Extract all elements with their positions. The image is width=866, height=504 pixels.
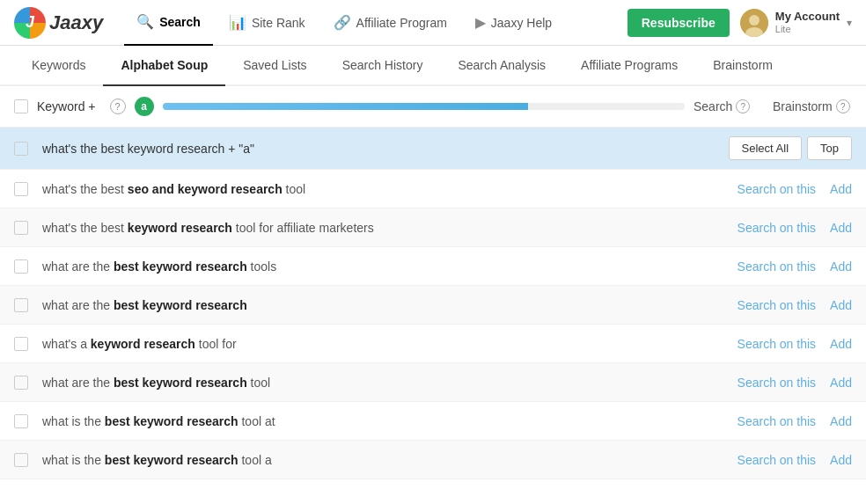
row-checkbox-3[interactable] [14,259,28,274]
keyword-label: Keyword + [37,99,96,113]
tab-keywords[interactable]: Keywords [14,46,103,84]
logo[interactable]: J Jaaxy [14,7,103,39]
row-text-7: what is the best keyword research tool a… [42,414,723,428]
row-checkbox-2[interactable] [14,221,28,235]
avatar [740,9,768,37]
tab-search-analysis[interactable]: Search Analysis [440,46,563,84]
siterank-icon: 📊 [229,14,246,31]
row-text-5: what's a keyword research tool for [42,337,723,351]
nav-right: Resubscribe My Account Lite ▾ [627,9,852,37]
keyword-info-icon[interactable]: ? [110,99,126,114]
add-link-8[interactable]: Add [830,453,852,467]
account-info: My Account Lite [775,10,840,35]
row-actions-8: Search on this Add [738,453,852,467]
search-on-this-link-1[interactable]: Search on this [738,182,817,196]
tab-saved-lists[interactable]: Saved Lists [225,46,324,84]
keyword-badge: a [135,97,154,116]
row-checkbox-1[interactable] [14,182,28,196]
nav-help[interactable]: ▶ Jaaxy Help [463,0,564,46]
search-col-info-icon[interactable]: ? [736,99,750,113]
row-actions-2: Search on this Add [738,221,852,235]
search-on-this-link-3[interactable]: Search on this [738,259,817,274]
add-link-3[interactable]: Add [830,259,852,274]
tab-brainstorm[interactable]: Brainstorm [695,46,790,84]
nav-items: 🔍 Search 📊 Site Rank 🔗 Affiliate Program… [124,0,627,46]
row-checkbox-6[interactable] [14,376,28,390]
row-checkbox-7[interactable] [14,414,28,428]
resubscribe-button[interactable]: Resubscribe [627,9,730,37]
table-row: what's the best seo and keyword research… [0,170,866,208]
row-checkbox-5[interactable] [14,337,28,351]
row-actions-5: Search on this Add [738,337,852,351]
add-link-6[interactable]: Add [830,376,852,390]
row-text-4: what are the best keyword research [42,298,723,312]
content-area: Keyword + ? a Search ? Brainstorm ? what… [0,86,866,479]
row-text-3: what are the best keyword research tools [42,259,723,274]
nav-affiliate-label: Affiliate Program [356,16,447,30]
add-link-2[interactable]: Add [830,221,852,235]
help-icon: ▶ [475,14,486,31]
table-row: what are the best keyword research tool … [0,363,866,402]
account-sub: Lite [775,24,840,35]
col-search-header: Search ? [694,99,764,113]
nav-siterank[interactable]: 📊 Site Rank [216,0,318,46]
select-all-button[interactable]: Select All [729,136,802,160]
nav-help-label: Jaaxy Help [491,16,552,30]
row-text-1: what's the best seo and keyword research… [42,182,723,196]
account-menu[interactable]: My Account Lite ▾ [740,9,852,37]
keyword-bar: Keyword + ? a Search ? Brainstorm ? [0,86,866,128]
row-actions-6: Search on this Add [738,376,852,390]
highlighted-row: what's the best keyword research + "a" S… [0,128,866,170]
add-link-4[interactable]: Add [830,298,852,312]
add-link-1[interactable]: Add [830,182,852,196]
table-row: what are the best keyword research Searc… [0,286,866,325]
search-on-this-link-5[interactable]: Search on this [738,337,817,351]
table-row: what is the best keyword research tool a… [0,441,866,479]
logo-icon: J [14,7,46,39]
brainstorm-col-info-icon[interactable]: ? [836,99,850,113]
account-name: My Account [775,10,840,24]
results-list: what's the best seo and keyword research… [0,170,866,479]
select-all-checkbox[interactable] [14,99,28,113]
table-row: what's the best keyword research tool fo… [0,208,866,247]
tab-alphabet-soup[interactable]: Alphabet Soup [103,46,225,84]
add-link-5[interactable]: Add [830,337,852,351]
row-actions-3: Search on this Add [738,259,852,274]
tab-search-history[interactable]: Search History [325,46,441,84]
nav-search-label: Search [159,15,201,29]
row-checkbox-4[interactable] [14,298,28,312]
table-row: what's a keyword research tool for Searc… [0,325,866,363]
keyword-input-bar[interactable] [163,103,685,110]
sub-navigation: Keywords Alphabet Soup Saved Lists Searc… [0,46,866,86]
nav-siterank-label: Site Rank [252,16,305,30]
row-text-6: what are the best keyword research tool [42,376,723,390]
search-on-this-link-6[interactable]: Search on this [738,376,817,390]
top-navigation: J Jaaxy 🔍 Search 📊 Site Rank 🔗 Affiliate… [0,0,866,46]
table-row: what are the best keyword research tools… [0,247,866,286]
logo-text: Jaaxy [49,11,103,34]
row-actions-4: Search on this Add [738,298,852,312]
affiliate-icon: 🔗 [334,14,351,31]
chevron-down-icon: ▾ [847,17,852,29]
add-link-7[interactable]: Add [830,414,852,428]
search-on-this-link-8[interactable]: Search on this [738,453,817,467]
search-icon: 🔍 [136,13,154,30]
nav-affiliate[interactable]: 🔗 Affiliate Program [321,0,459,46]
row-text-2: what's the best keyword research tool fo… [42,221,723,235]
search-on-this-link-2[interactable]: Search on this [738,221,817,235]
nav-search[interactable]: 🔍 Search [124,0,213,46]
row-text-8: what is the best keyword research tool a [42,453,723,467]
row-actions-1: Search on this Add [738,182,852,196]
row-checkbox-8[interactable] [14,453,28,467]
svg-point-1 [749,15,760,26]
highlighted-row-text: what's the best keyword research + "a" [42,142,729,156]
top-button[interactable]: Top [807,136,852,160]
tab-affiliate-programs[interactable]: Affiliate Programs [563,46,695,84]
search-on-this-link-7[interactable]: Search on this [738,414,817,428]
search-on-this-link-4[interactable]: Search on this [738,298,817,312]
row-checkbox-0[interactable] [14,142,28,156]
col-brainstorm-header: Brainstorm ? [773,99,852,113]
table-row: what is the best keyword research tool a… [0,402,866,441]
row-actions-7: Search on this Add [738,414,852,428]
